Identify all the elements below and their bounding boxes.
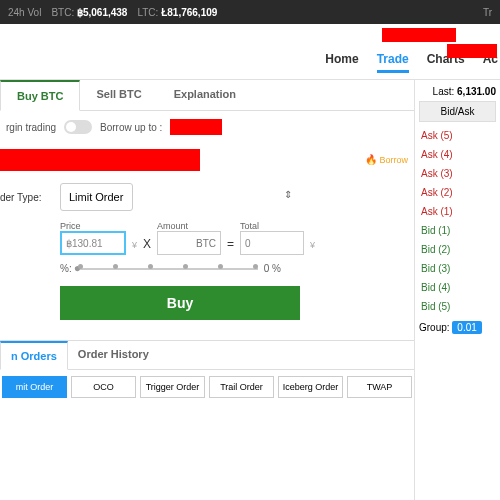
margin-toggle[interactable] [64,120,92,134]
total-unit: ¥ [310,240,315,255]
bid-row[interactable]: Bid (1) [419,221,496,240]
tab-explanation[interactable]: Explanation [158,80,252,110]
ltc-value: Ł81,766,109 [161,7,217,18]
ask-row[interactable]: Ask (4) [419,145,496,164]
tab-sell-btc[interactable]: Sell BTC [80,80,157,110]
margin-label: rgin trading [6,122,56,133]
top-stats-bar: 24h Vol BTC: ฿5,061,438 LTC: Ł81,766,109… [0,0,500,24]
buy-button[interactable]: Buy [60,286,300,320]
last-value: 6,131.00 [457,86,496,97]
amount-label: Amount [157,221,221,231]
amount-input[interactable] [157,231,221,255]
multiply-icon: X [143,237,151,255]
group-value[interactable]: 0.01 [452,321,481,334]
ask-row[interactable]: Ask (5) [419,126,496,145]
main-header: Home Trade Charts Ac [0,24,500,80]
bid-row[interactable]: Bid (5) [419,297,496,316]
top-right-text: Tr [483,7,492,18]
percent-value: 0 % [264,263,281,274]
order-type-label: der Type: [0,192,60,203]
borrow-upto-label: Borrow up to : [100,122,162,133]
filter-limit-order[interactable]: mit Order [2,376,67,398]
filter-iceberg[interactable]: Iceberg Order [278,376,343,398]
redacted-block [382,28,456,42]
total-input[interactable] [240,231,304,255]
total-label: Total [240,221,304,231]
price-unit: ¥ [132,240,137,255]
order-book: Last: 6,131.00 Bid/Ask Ask (5) Ask (4) A… [415,80,500,500]
ask-row[interactable]: Ask (3) [419,164,496,183]
redacted-block [170,119,222,135]
percent-slider[interactable] [78,268,258,270]
vol-label: 24h Vol [8,7,41,18]
trade-tabs: Buy BTC Sell BTC Explanation [0,80,414,111]
percent-label: %: [60,263,72,274]
nav-home[interactable]: Home [325,52,358,73]
ask-row[interactable]: Ask (1) [419,202,496,221]
filter-trigger[interactable]: Trigger Order [140,376,205,398]
tab-order-history[interactable]: Order History [68,341,159,369]
order-type-filters: mit Order OCO Trigger Order Trail Order … [0,370,414,404]
price-label: Price [60,221,126,231]
bid-row[interactable]: Bid (3) [419,259,496,278]
ask-row[interactable]: Ask (2) [419,183,496,202]
borrow-badge[interactable]: Borrow [365,154,408,165]
orders-tabs: n Orders Order History [0,340,414,370]
redacted-block [0,149,200,171]
filter-twap[interactable]: TWAP [347,376,412,398]
redacted-block [447,44,497,58]
equals-icon: = [227,237,234,255]
tab-open-orders[interactable]: n Orders [0,341,68,370]
filter-trail[interactable]: Trail Order [209,376,274,398]
nav-trade[interactable]: Trade [377,52,409,73]
ltc-label: LTC: [137,7,158,18]
bidask-header[interactable]: Bid/Ask [419,101,496,122]
btc-label: BTC: [51,7,74,18]
price-input[interactable] [60,231,126,255]
group-label: Group: [419,322,450,333]
bid-row[interactable]: Bid (4) [419,278,496,297]
btc-value: ฿5,061,438 [77,7,128,18]
tab-buy-btc[interactable]: Buy BTC [0,80,80,111]
order-type-select[interactable]: Limit Order [60,183,133,211]
filter-oco[interactable]: OCO [71,376,136,398]
last-label: Last: [433,86,455,97]
bid-row[interactable]: Bid (2) [419,240,496,259]
